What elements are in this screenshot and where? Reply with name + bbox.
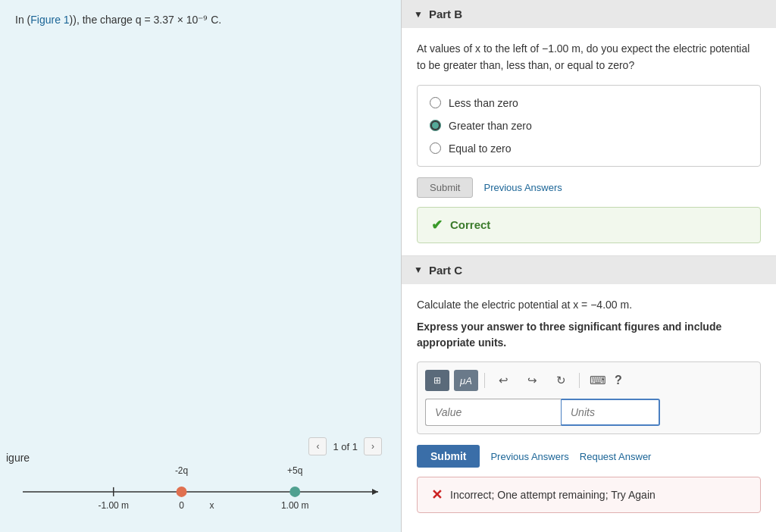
units-input[interactable] xyxy=(562,399,660,426)
redo-button[interactable]: ↪ xyxy=(520,370,544,391)
value-input[interactable] xyxy=(425,399,562,426)
part-c-header: ▼ Part C xyxy=(402,256,776,284)
radio-equal-to-zero[interactable] xyxy=(430,142,441,154)
figure-link[interactable]: Figure 1 xyxy=(30,14,69,26)
toolbar-divider-1 xyxy=(484,373,485,388)
left-panel: In (Figure 1)), the charge q = 3.37 × 10… xyxy=(0,0,402,532)
redo-icon: ↪ xyxy=(527,374,537,387)
svg-text:1.00 m: 1.00 m xyxy=(281,500,309,511)
help-button[interactable]: ? xyxy=(615,374,622,387)
mu-icon: μA xyxy=(460,375,472,386)
correct-label: Correct xyxy=(450,218,490,231)
part-c-express-note: Express your answer to three significant… xyxy=(417,319,761,351)
part-c-submit-button[interactable]: Submit xyxy=(417,445,480,468)
label-equal-to-zero: Equal to zero xyxy=(449,142,512,155)
svg-text:-2q: -2q xyxy=(175,465,188,476)
svg-point-12 xyxy=(177,487,187,497)
svg-text:+5q: +5q xyxy=(287,465,302,476)
help-icon: ? xyxy=(615,374,622,386)
toolbar-divider-2 xyxy=(579,373,580,388)
label-greater-than-zero: Greater than zero xyxy=(449,120,532,132)
part-b-header: ▼ Part B xyxy=(402,0,776,28)
radio-greater-than-zero[interactable] xyxy=(430,120,441,131)
right-panel: ▼ Part B At values of x to the left of −… xyxy=(402,0,776,532)
charge-equation: q = 3.37 × 10⁻⁹ C. xyxy=(136,14,221,26)
grid-button[interactable]: ⊞ xyxy=(425,370,449,391)
part-b-collapse-arrow: ▼ xyxy=(414,9,423,20)
x-icon: ✕ xyxy=(431,487,443,503)
prev-page-button[interactable]: ‹ xyxy=(308,437,327,455)
part-c-submit-row: Submit Previous Answers Request Answer xyxy=(417,445,761,468)
option-greater-than-zero[interactable]: Greater than zero xyxy=(430,114,748,137)
part-b-section: ▼ Part B At values of x to the left of −… xyxy=(402,0,776,256)
svg-point-13 xyxy=(289,487,300,497)
part-c-prev-answers-link[interactable]: Previous Answers xyxy=(490,451,568,462)
part-c-section: ▼ Part C Calculate the electric potentia… xyxy=(402,256,776,525)
pagination-row: ‹ 1 of 1 › xyxy=(15,437,386,455)
part-b-question: At values of x to the left of −1.00 m, d… xyxy=(417,40,761,74)
part-c-content: Calculate the electric potential at x = … xyxy=(402,284,776,525)
pagination-text: 1 of 1 xyxy=(333,441,358,452)
incorrect-label: Incorrect; One attempt remaining; Try Ag… xyxy=(450,489,656,501)
option-equal-to-zero[interactable]: Equal to zero xyxy=(430,137,748,160)
label-less-than-zero: Less than zero xyxy=(449,97,518,109)
part-c-title: Part C xyxy=(429,264,462,277)
keyboard-icon: ⌨ xyxy=(590,374,606,387)
part-c-incorrect-banner: ✕ Incorrect; One attempt remaining; Try … xyxy=(417,477,761,513)
toolbar-row: ⊞ μA ↩ ↪ ↻ xyxy=(425,370,753,391)
grid-icon: ⊞ xyxy=(433,375,441,386)
svg-text:-1.00 m: -1.00 m xyxy=(98,500,129,511)
keyboard-button[interactable]: ⌨ xyxy=(586,370,610,391)
svg-marker-1 xyxy=(372,489,378,495)
svg-text:0: 0 xyxy=(179,500,184,511)
mu-button[interactable]: μA xyxy=(454,370,478,391)
checkmark-icon: ✔ xyxy=(431,217,443,233)
answer-input-box: ⊞ μA ↩ ↪ ↻ xyxy=(417,361,761,434)
refresh-button[interactable]: ↻ xyxy=(549,370,573,391)
input-fields-row xyxy=(425,399,753,426)
part-b-submit-button[interactable]: Submit xyxy=(417,177,473,198)
figure-container: ‹ 1 of 1 › -1.00 m 0 x 1.00 m xyxy=(0,437,401,524)
problem-text: In (Figure 1)), the charge q = 3.37 × 10… xyxy=(15,12,386,28)
part-c-question: Calculate the electric potential at x = … xyxy=(417,296,761,313)
number-line-figure: -1.00 m 0 x 1.00 m -2q +5q xyxy=(15,462,386,522)
request-answer-link[interactable]: Request Answer xyxy=(580,451,652,462)
part-c-collapse-arrow: ▼ xyxy=(414,264,423,275)
part-b-correct-banner: ✔ Correct xyxy=(417,207,761,243)
svg-text:x: x xyxy=(209,500,214,511)
next-page-button[interactable]: › xyxy=(364,437,382,455)
undo-icon: ↩ xyxy=(499,374,508,387)
part-b-options: Less than zero Greater than zero Equal t… xyxy=(417,85,761,167)
part-b-submit-row: Submit Previous Answers xyxy=(417,177,761,198)
part-b-content: At values of x to the left of −1.00 m, d… xyxy=(402,28,776,256)
part-b-title: Part B xyxy=(429,8,462,20)
part-b-prev-answers-link[interactable]: Previous Answers xyxy=(483,182,562,193)
refresh-icon: ↻ xyxy=(556,374,566,387)
option-less-than-zero[interactable]: Less than zero xyxy=(430,92,748,114)
undo-button[interactable]: ↩ xyxy=(491,370,515,391)
radio-less-than-zero[interactable] xyxy=(430,97,441,108)
